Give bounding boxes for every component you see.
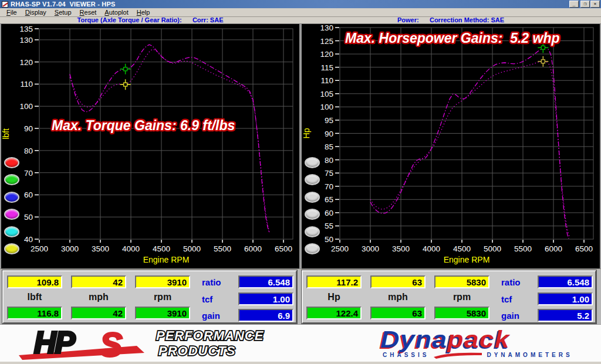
x-tick-label: 2500 <box>31 244 48 253</box>
power-gain-annotation: Max. Horsepower Gains: 5.2 whp <box>345 30 560 46</box>
dynapack-wordmark: Dynapack <box>380 328 601 351</box>
power-header-corr: Correction Method: SAE <box>430 16 504 23</box>
close-button[interactable]: ✕ <box>590 1 600 8</box>
header-strip: Torque (Axle Torque / Gear Ratio): Corr:… <box>0 17 601 24</box>
x-tick-label: 3000 <box>362 244 379 253</box>
menu-display[interactable]: Display <box>21 8 50 17</box>
x-tick-label: 5500 <box>514 244 532 253</box>
minimize-button[interactable]: _ <box>569 1 579 8</box>
menubar: FileDisplaySetupResetAutoplotHelp <box>0 8 601 17</box>
y-tick-label: 65 <box>325 195 333 204</box>
baseline-Hp-value: 117.2 <box>306 275 362 288</box>
y-tick-label: 80 <box>325 156 333 165</box>
app-window: RHAS-SP V1.7-04 VIEWER - HPS _ ❐ ✕ FileD… <box>0 0 601 364</box>
window-title: RHAS-SP V1.7-04 VIEWER - HPS <box>11 1 116 8</box>
x-tick-label: 6500 <box>575 244 593 253</box>
y-tick-label: 135 <box>19 25 33 33</box>
modified-rpm-value: 5830 <box>434 307 489 319</box>
x-tick-label: 6000 <box>545 244 562 253</box>
plot-select-button-torque-5[interactable] <box>4 226 19 237</box>
ratio-value: 6.548 <box>538 275 593 288</box>
plot-select-button-power-5[interactable] <box>305 226 320 237</box>
plot-select-button-torque-3[interactable] <box>4 192 19 203</box>
logo-strip: HP S PERFORMANCE PRODUCTS Dynapack CHASS… <box>0 324 601 362</box>
modified-curve <box>70 45 269 232</box>
baseline-rpm-value: 3910 <box>135 275 190 288</box>
gain-label: gain <box>501 311 519 321</box>
menu-file[interactable]: File <box>2 8 21 17</box>
torque-chart-panel: 4050607080901001101201301352500300035004… <box>1 24 299 268</box>
y-tick-label: 110 <box>20 80 33 89</box>
menu-help[interactable]: Help <box>133 8 154 17</box>
hps-products-text: PRODUCTS <box>158 343 235 358</box>
y-tick-label: 60 <box>325 209 333 217</box>
power-header: Power: Correction Method: SAE <box>300 17 601 23</box>
y-tick-label: 95 <box>325 116 333 125</box>
plot-select-button-torque-1[interactable] <box>4 157 19 168</box>
y-tick-label: 120 <box>19 58 33 67</box>
plot-select-button-power-6[interactable] <box>305 243 320 254</box>
x-tick-label: 3500 <box>92 244 109 253</box>
x-tick-label: 5000 <box>183 244 201 253</box>
plot-select-button-torque-6[interactable] <box>4 243 19 254</box>
x-tick-label: 6500 <box>275 244 292 253</box>
menu-autoplot[interactable]: Autoplot <box>100 8 132 17</box>
ratio-label: ratio <box>501 277 521 287</box>
unit-label-Hp: Hp <box>306 292 362 304</box>
dynapack-swoosh <box>433 351 483 359</box>
baseline-curve <box>70 49 269 233</box>
ratio-value: 6.548 <box>238 275 293 288</box>
baseline-curve <box>370 62 569 237</box>
titlebar[interactable]: RHAS-SP V1.7-04 VIEWER - HPS _ ❐ ✕ <box>0 0 601 8</box>
dynapack-dyna: Dyna <box>380 326 447 352</box>
plot-select-button-power-1[interactable] <box>305 157 320 168</box>
ratio-label: ratio <box>202 277 221 287</box>
menu-setup[interactable]: Setup <box>50 8 76 17</box>
y-tick-label: 75 <box>325 169 333 178</box>
y-tick-label: 50 <box>325 235 333 244</box>
modified-max-gain-marker <box>541 46 545 49</box>
baseline-max-gain-marker <box>124 83 127 86</box>
window-controls: _ ❐ ✕ <box>569 1 600 8</box>
y-tick-label: 100 <box>19 102 33 111</box>
torque-readout-panel: 109.8lbft116.842mph423910rpm3910ratio6.5… <box>2 270 297 324</box>
x-tick-label: 5000 <box>484 244 501 253</box>
torque-header: Torque (Axle Torque / Gear Ratio): Corr:… <box>0 17 300 23</box>
y-tick-label: 90 <box>325 130 333 138</box>
y-axis-title: Hp <box>302 128 311 138</box>
y-tick-label: 85 <box>325 142 333 151</box>
y-tick-label: 120 <box>320 50 333 59</box>
menu-reset[interactable]: Reset <box>76 8 101 17</box>
plot-select-button-power-3[interactable] <box>305 192 320 203</box>
torque-header-corr: Corr: SAE <box>193 16 224 23</box>
tcf-label: tcf <box>501 294 512 304</box>
unit-label-rpm: rpm <box>135 292 190 304</box>
baseline-mph-value: 63 <box>370 275 426 288</box>
restore-button[interactable]: ❐ <box>580 1 590 8</box>
torque-header-label: Torque (Axle Torque / Gear Ratio): <box>77 16 182 23</box>
y-tick-label: 110 <box>320 76 333 85</box>
app-icon <box>2 1 8 8</box>
hps-letters-hp: HP <box>34 325 76 359</box>
y-tick-label: 130 <box>320 24 333 32</box>
x-tick-label: 4000 <box>122 244 140 253</box>
x-axis-title: Engine RPM <box>444 255 490 264</box>
modified-rpm-value: 3910 <box>135 307 190 319</box>
y-tick-label: 60 <box>24 190 33 199</box>
x-tick-label: 6000 <box>244 244 262 253</box>
x-tick-label: 3000 <box>61 244 79 253</box>
torque-chart: 4050607080901001101201301352500300035004… <box>1 24 299 268</box>
y-tick-label: 55 <box>325 222 333 230</box>
x-tick-label: 5500 <box>214 244 231 253</box>
dynapack-dynamometers-text: DYNAMOMETERS <box>487 352 572 358</box>
y-tick-label: 70 <box>24 169 33 178</box>
modified-curve <box>370 47 569 239</box>
x-tick-label: 4000 <box>423 244 440 253</box>
torque-gain-annotation: Max. Torque Gains: 6.9 ft/lbs <box>52 118 235 134</box>
baseline-rpm-value: 5830 <box>434 275 489 288</box>
power-readout-panel: 117.2Hp122.463mph635830rpm5830ratio6.548… <box>302 270 596 324</box>
readout-area: 109.8lbft116.842mph423910rpm3910ratio6.5… <box>0 270 601 324</box>
x-tick-label: 4500 <box>453 244 471 253</box>
hps-logo: HP S PERFORMANCE PRODUCTS <box>11 325 286 364</box>
power-header-label: Power: <box>397 16 419 23</box>
